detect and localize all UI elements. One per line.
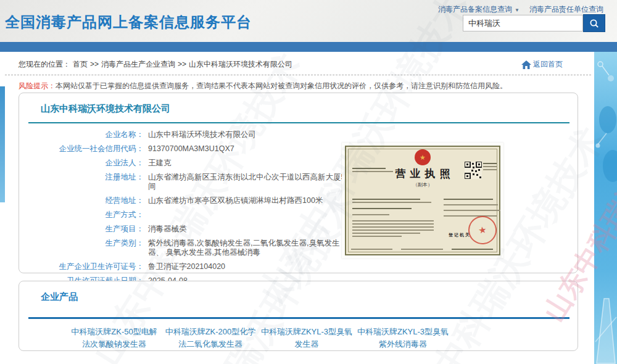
- field-label: 企业法人：: [19, 159, 144, 168]
- company-fields: 企业名称：山东中科瑞沃环境技术有限公司 企业统一社会信用代码：91370700M…: [19, 130, 365, 291]
- home-icon: [521, 60, 531, 69]
- license-right-fields: [444, 199, 500, 218]
- chemistry-art-icon: [594, 52, 617, 364]
- field-row: 生产方式：: [19, 210, 365, 220]
- breadcrumb-home-link[interactable]: 首页: [73, 60, 88, 68]
- field-value: 消毒器械类: [144, 225, 187, 234]
- search-icon: [589, 18, 600, 29]
- breadcrumb-separator: >>: [90, 60, 99, 68]
- product-link[interactable]: 中科瑞沃牌ZKYL-3型臭氧发生器: [260, 326, 354, 350]
- field-label: 生产类别：: [19, 239, 144, 257]
- field-row: 生产类别：紫外线消毒器,次氯酸钠发生器,二氧化氯发生器,臭氧发生器、 臭氧水发生…: [19, 239, 365, 257]
- field-label: 企业名称：: [19, 130, 144, 139]
- chevron-down-icon: ▼: [515, 7, 520, 13]
- field-row: 生产企业卫生许可证号：鲁卫消证字202104020: [19, 262, 365, 271]
- top-nav: 消毒产品备案信息查询▼消毒产品责任单位查询: [438, 4, 603, 15]
- field-row: 企业统一社会信用代码：91370700MA3M3U1QX7: [19, 144, 365, 154]
- field-value: 王建克: [144, 159, 172, 168]
- business-license-image: ★ 营业执照 （副本）: [342, 143, 503, 259]
- left-decorative-strip: [0, 86, 5, 202]
- breadcrumb: 您现在的位置：首页>>消毒产品生产企业查询>>山东中科瑞沃环境技术有限公司: [19, 59, 295, 70]
- right-decorative-strip: [594, 52, 617, 364]
- qr-code-icon: [465, 162, 482, 179]
- company-title: 山东中科瑞沃环境技术有限公司: [41, 103, 170, 115]
- field-label: 生产方式：: [19, 210, 144, 220]
- license-serial-lines: [483, 163, 497, 172]
- field-row: 企业名称：山东中科瑞沃环境技术有限公司: [19, 130, 365, 139]
- search-input[interactable]: [463, 15, 583, 31]
- field-label: 注册地址：: [19, 173, 144, 191]
- field-label: 企业统一社会信用代码：: [19, 144, 144, 154]
- risk-notice: 风险提示：本网站仅基于已掌握的信息提供查询服务，查询结果不代表本网站对被查询对象…: [19, 81, 586, 91]
- field-value: 紫外线消毒器,次氯酸钠发生器,二氧化氯发生器,臭氧发生器、 臭氧水发生器,其他器…: [144, 239, 350, 257]
- license-code-lines: [352, 168, 389, 174]
- site-title: 全国消毒产品网上备案信息服务平台: [5, 12, 252, 32]
- breadcrumb-separator: >>: [178, 60, 186, 68]
- product-link[interactable]: 中科瑞沃牌ZKYL-3型臭氧紫外线消毒器: [356, 326, 450, 350]
- product-link[interactable]: 中科瑞沃牌ZK-50型电解法次氯酸钠发生器: [67, 326, 161, 350]
- nav-filing-query-link[interactable]: 消毒产品备案信息查询: [438, 5, 512, 14]
- field-value: 山东中科瑞沃环境技术有限公司: [144, 130, 256, 139]
- field-value: 91370700MA3M3U1QX7: [144, 144, 234, 154]
- field-label: 生产企业卫生许可证号：: [19, 262, 144, 271]
- page: 全国消毒产品网上备案信息服务平台 消毒产品备案信息查询▼消毒产品责任单位查询: [0, 0, 617, 364]
- field-value: 山东省潍坊市寒亭区双杨店镇湖淋埠出村路西100米: [144, 196, 323, 205]
- products-title-rule: [28, 317, 569, 319]
- products-panel: 企业产品 中科瑞沃牌ZK-50型电解法次氯酸钠发生器 中科瑞沃牌ZK-200型化…: [19, 281, 578, 351]
- search-button[interactable]: [583, 14, 605, 32]
- business-license-certificate: ★ 营业执照 （副本）: [345, 146, 500, 255]
- products-title: 企业产品: [41, 291, 78, 303]
- back-home-link[interactable]: 返回首页: [521, 59, 563, 70]
- nav-unit-query-link[interactable]: 消毒产品责任单位查询: [529, 5, 603, 14]
- field-label: 经营地址：: [19, 196, 144, 205]
- product-link[interactable]: 中科瑞沃牌ZK-200型化学法二氧化氯发生器: [164, 326, 257, 350]
- dashed-divider: [5, 75, 591, 75]
- field-value: 鲁卫消证字202104020: [144, 262, 225, 271]
- national-emblem-icon: ★: [415, 149, 431, 165]
- field-row: 注册地址：山东省潍坊高新区玉清东街以北中心次干道以西高新大厦502房间: [19, 173, 365, 191]
- risk-notice-label: 风险提示：: [19, 81, 56, 90]
- field-value: 山东省潍坊高新区玉清东街以北中心次干道以西高新大厦502房间: [144, 173, 365, 191]
- breadcrumb-label: 您现在的位置：: [19, 60, 70, 68]
- license-subtitle: （副本）: [346, 181, 499, 188]
- breadcrumb-current: 山东中科瑞沃环境技术有限公司: [189, 60, 292, 68]
- field-value: [144, 210, 148, 220]
- company-title-rule: [28, 122, 569, 123]
- field-row: 企业法人：王建克: [19, 159, 365, 168]
- product-list: 中科瑞沃牌ZK-50型电解法次氯酸钠发生器 中科瑞沃牌ZK-200型化学法二氧化…: [67, 326, 536, 350]
- license-left-fields: [352, 199, 436, 239]
- risk-notice-text: 本网站仅基于已掌握的信息提供查询服务，查询结果不代表本网站对被查询对象信用状况的…: [56, 81, 507, 90]
- header-accent-bar: [0, 42, 617, 52]
- breadcrumb-category-link[interactable]: 消毒产品生产企业查询: [101, 60, 175, 68]
- header: 全国消毒产品网上备案信息服务平台 消毒产品备案信息查询▼消毒产品责任单位查询: [0, 0, 617, 42]
- company-info-panel: 山东中科瑞沃环境技术有限公司 企业名称：山东中科瑞沃环境技术有限公司 企业统一社…: [19, 93, 578, 273]
- field-row: 经营地址：山东省潍坊市寒亭区双杨店镇湖淋埠出村路西100米: [19, 196, 365, 205]
- field-label: 生产项目：: [19, 225, 144, 234]
- back-home-label: 返回首页: [533, 59, 563, 70]
- license-footnote-lines: [351, 249, 493, 252]
- license-issuer-label: 登记机关: [449, 232, 471, 238]
- field-row: 生产项目：消毒器械类: [19, 225, 365, 234]
